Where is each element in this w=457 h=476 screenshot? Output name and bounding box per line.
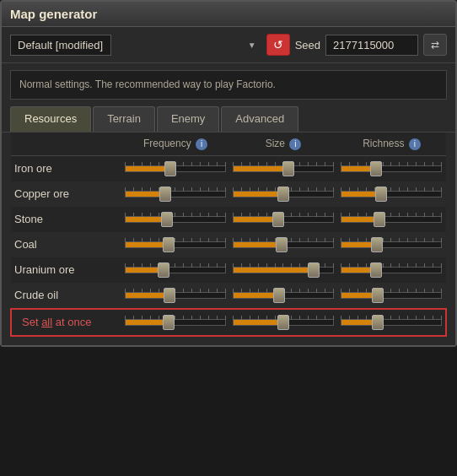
tab-enemy[interactable]: Enemy: [157, 106, 219, 132]
preset-select[interactable]: Default [modified]: [10, 35, 111, 56]
slider-track: [125, 319, 226, 326]
frequency-info-icon[interactable]: i: [196, 138, 207, 150]
resource-label: Iron ore: [11, 155, 121, 181]
slider-thumb[interactable]: [370, 161, 382, 176]
slider-thumb[interactable]: [164, 288, 175, 303]
slider[interactable]: [125, 160, 226, 178]
slider[interactable]: [341, 160, 442, 178]
slider[interactable]: [341, 313, 442, 332]
tabs-bar: Resources Terrain Enemy Advanced: [2, 106, 455, 133]
seed-label: Seed: [295, 39, 320, 51]
slider-fill: [234, 242, 282, 247]
frequency-cell: [121, 181, 229, 207]
slider-thumb[interactable]: [372, 315, 384, 330]
slider-fill: [234, 293, 279, 298]
slider-track: [125, 216, 226, 223]
slider[interactable]: [125, 261, 226, 279]
richness-cell: [337, 283, 446, 309]
reset-icon: ↺: [273, 38, 283, 51]
slider-fill: [234, 268, 313, 273]
slider-thumb[interactable]: [159, 187, 171, 202]
slider-thumb[interactable]: [277, 187, 289, 202]
slider-thumb[interactable]: [276, 237, 288, 252]
slider[interactable]: [341, 185, 442, 203]
table-row: Iron ore: [11, 155, 446, 181]
slider-thumb[interactable]: [272, 212, 284, 227]
reset-button[interactable]: ↺: [266, 34, 290, 56]
slider[interactable]: [125, 185, 226, 203]
size-cell: [229, 232, 337, 257]
slider[interactable]: [233, 185, 334, 203]
richness-cell: [337, 257, 446, 283]
frequency-cell: [121, 207, 229, 232]
frequency-cell: [121, 155, 229, 181]
seed-input[interactable]: [325, 35, 418, 56]
size-cell: [229, 207, 337, 232]
slider-thumb[interactable]: [161, 212, 173, 227]
slider-thumb[interactable]: [374, 212, 385, 227]
set-all-row: Set all at once: [11, 309, 446, 336]
slider-fill: [234, 192, 283, 197]
richness-info-icon[interactable]: i: [409, 138, 421, 150]
size-cell: [229, 155, 337, 181]
table-row: Stone: [11, 207, 446, 232]
set-all-frequency-cell: [121, 309, 229, 336]
slider-thumb[interactable]: [277, 315, 289, 330]
slider-fill: [234, 166, 288, 171]
col-header-frequency: Frequency i: [121, 133, 229, 155]
random-seed-button[interactable]: ⇄: [423, 34, 447, 56]
slider-thumb[interactable]: [371, 237, 383, 252]
table-row: Crude oil: [11, 283, 446, 309]
resource-label: Coal: [11, 232, 121, 257]
size-cell: [229, 283, 337, 309]
slider-thumb[interactable]: [375, 187, 387, 202]
slider-track: [341, 191, 442, 197]
table-row: Copper ore: [11, 181, 446, 207]
slider[interactable]: [233, 261, 334, 279]
slider[interactable]: [125, 235, 226, 254]
resource-label: Uranium ore: [11, 257, 121, 283]
slider-track: [341, 319, 442, 326]
slider-thumb[interactable]: [158, 262, 169, 278]
preset-select-wrapper: Default [modified]: [10, 35, 261, 56]
slider-track: [125, 241, 226, 248]
slider[interactable]: [233, 286, 334, 305]
slider-thumb[interactable]: [163, 237, 175, 252]
slider[interactable]: [341, 261, 442, 279]
slider[interactable]: [341, 286, 442, 305]
table-row: Coal: [11, 232, 446, 257]
set-all-text[interactable]: Set all at once: [15, 316, 91, 328]
tab-terrain[interactable]: Terrain: [93, 106, 155, 132]
slider[interactable]: [341, 235, 442, 254]
map-generator-window: Map generator Default [modified] ↺ Seed …: [0, 0, 457, 347]
slider[interactable]: [125, 286, 226, 305]
slider-thumb[interactable]: [164, 161, 176, 176]
resource-label: Crude oil: [11, 283, 121, 309]
toolbar: Default [modified] ↺ Seed ⇄: [2, 27, 455, 63]
slider-thumb[interactable]: [163, 315, 175, 330]
slider-thumb[interactable]: [372, 288, 384, 303]
slider[interactable]: [125, 210, 226, 229]
richness-cell: [337, 155, 446, 181]
slider[interactable]: [233, 313, 334, 332]
col-header-name: [11, 133, 121, 155]
slider-track: [125, 191, 226, 197]
tab-resources[interactable]: Resources: [10, 106, 91, 132]
set-all-label: Set all at once: [11, 309, 121, 336]
slider[interactable]: [341, 210, 442, 229]
tab-advanced[interactable]: Advanced: [221, 106, 298, 132]
slider-thumb[interactable]: [273, 288, 285, 303]
slider[interactable]: [125, 313, 226, 332]
slider[interactable]: [233, 235, 334, 254]
slider-fill: [234, 320, 283, 325]
col-header-richness: Richness i: [337, 133, 446, 155]
slider-thumb[interactable]: [370, 262, 382, 278]
size-info-icon[interactable]: i: [289, 138, 301, 150]
slider[interactable]: [233, 210, 334, 229]
slider[interactable]: [233, 160, 334, 178]
info-box: Normal settings. The recommended way to …: [10, 70, 447, 100]
resource-label: Copper ore: [11, 181, 121, 207]
slider-thumb[interactable]: [308, 262, 320, 278]
slider-thumb[interactable]: [282, 161, 294, 176]
size-cell: [229, 257, 337, 283]
